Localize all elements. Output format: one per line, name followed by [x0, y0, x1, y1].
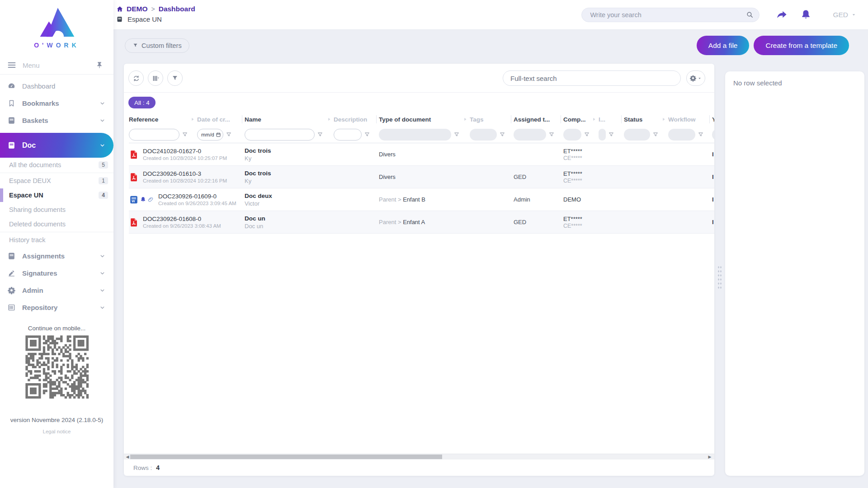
sidebar-subitem-label: History track: [9, 236, 46, 244]
horizontal-scrollbar[interactable]: ◀ ▶: [124, 454, 714, 460]
column-header-status[interactable]: Status: [624, 116, 661, 123]
column-header-assigned-t[interactable]: Assigned t...: [514, 116, 558, 123]
sidebar-subitem-sharing-documents[interactable]: Sharing documents: [0, 202, 113, 217]
type-path-prefix: Parent >: [379, 219, 403, 225]
table-row[interactable]: DOC230926-01609-0Created on 9/26/2023 3:…: [129, 188, 714, 211]
filter-button[interactable]: [167, 70, 183, 86]
bell-icon[interactable]: [800, 9, 812, 21]
filter-date-input-date-of-cr[interactable]: mm/d: [197, 129, 223, 141]
column-header-label: Reference: [129, 116, 158, 123]
global-search-input[interactable]: [590, 11, 746, 19]
fulltext-search-input[interactable]: [510, 75, 673, 82]
funnel-icon[interactable]: [608, 131, 614, 138]
sidebar-item-signatures[interactable]: Signatures: [0, 264, 113, 282]
funnel-icon[interactable]: [182, 131, 188, 138]
chevron-down-icon: [99, 117, 105, 123]
filter-input-description[interactable]: [334, 129, 362, 141]
tab-all-chip[interactable]: All : 4: [128, 97, 156, 108]
column-header-description[interactable]: Description: [334, 116, 373, 123]
scroll-right-arrow-icon[interactable]: ▶: [707, 454, 712, 460]
funnel-icon[interactable]: [584, 131, 590, 138]
document-name: Doc trois: [245, 170, 379, 177]
sidebar-item-assignments[interactable]: Assignments: [0, 247, 113, 264]
sidebar-subitem-history-track[interactable]: History track: [0, 233, 113, 247]
funnel-icon[interactable]: [364, 131, 370, 138]
cell-type-of-document: Divers: [379, 151, 514, 158]
legal-notice-link[interactable]: Legal notice: [42, 429, 71, 434]
document-icons: [129, 195, 154, 205]
breadcrumb-root[interactable]: DEMO: [127, 5, 148, 13]
refresh-button[interactable]: [128, 70, 144, 86]
add-file-button[interactable]: Add a file: [697, 36, 750, 55]
sidebar-item-baskets[interactable]: Baskets: [0, 112, 113, 129]
scroll-left-arrow-icon[interactable]: ◀: [125, 454, 130, 460]
caret-down-icon: [697, 76, 702, 81]
filter-input-reference[interactable]: [129, 129, 179, 141]
custom-filters-button[interactable]: Custom filters: [125, 38, 189, 53]
detail-panel: No row selected: [725, 71, 864, 476]
filter-input-name[interactable]: [245, 129, 315, 141]
sidebar-subitem-label: All the documents: [9, 161, 61, 169]
book-icon: [7, 252, 16, 260]
column-header-type-of-document[interactable]: Type of document: [379, 116, 462, 123]
user-menu[interactable]: GED: [833, 11, 857, 19]
column-header-workflow[interactable]: Workflow: [668, 116, 707, 123]
funnel-icon[interactable]: [548, 131, 555, 138]
sidebar-item-doc[interactable]: Doc: [0, 133, 113, 158]
filter-cell-assigned-t: [514, 129, 558, 141]
home-icon[interactable]: [116, 5, 123, 13]
breadcrumb: DEMO > Dashboard Espace UN: [116, 0, 195, 29]
cell-reference: DOC230926-01609-0Created on 9/26/2023 3:…: [129, 193, 245, 206]
table-row[interactable]: DOC230926-01610-3Created on 10/28/2024 1…: [129, 166, 714, 188]
custom-filters-label: Custom filters: [142, 42, 182, 49]
document-icons: [129, 150, 139, 160]
create-from-template-button[interactable]: Create from a template: [754, 36, 849, 55]
table-settings-button[interactable]: [686, 70, 705, 86]
column-header-comp[interactable]: Comp...: [563, 116, 591, 123]
bookmark-icon: [7, 99, 16, 108]
sidebar-item-bookmarks[interactable]: Bookmarks: [0, 94, 113, 112]
pin-icon[interactable]: [95, 61, 104, 69]
sidebar-subitem-espace-un[interactable]: Espace UN4: [0, 188, 113, 202]
date-placeholder: mm/d: [201, 132, 214, 137]
sidebar-item-dashboard[interactable]: Dashboard: [0, 77, 113, 94]
column-separator: [707, 115, 712, 123]
column-header-tags[interactable]: Tags: [470, 116, 508, 123]
column-header-date-of-cr[interactable]: Date of cr...: [197, 116, 239, 123]
reference-texts: DOC230926-01609-0Created on 9/26/2023 3:…: [158, 193, 236, 206]
table-row[interactable]: DOC230926-01608-0Created on 9/26/2023 3:…: [129, 211, 714, 234]
breadcrumb-current[interactable]: Dashboard: [159, 5, 195, 13]
grid-inner: ReferenceDate of cr...NameDescriptionTyp…: [124, 112, 714, 234]
column-header-y[interactable]: Y...: [712, 116, 714, 123]
funnel-icon[interactable]: [698, 131, 704, 138]
sidebar-subitem-all-the-documents[interactable]: All the documents5: [0, 158, 113, 172]
panel-splitter-handle[interactable]: [717, 265, 722, 290]
sort-arrow-icon: [661, 117, 668, 122]
sidebar-item-admin[interactable]: Admin: [0, 282, 113, 299]
column-header-i[interactable]: I...: [599, 116, 618, 123]
share-icon[interactable]: [776, 9, 788, 21]
funnel-icon[interactable]: [499, 131, 505, 138]
type-name: Enfant A: [403, 219, 425, 225]
table-row[interactable]: DOC241028-01627-0Created on 10/28/2024 1…: [129, 143, 714, 166]
sidebar-subitem-deleted-documents[interactable]: Deleted documents: [0, 217, 113, 231]
sidebar-subitem-espace-deux[interactable]: Espace DEUX1: [0, 174, 113, 188]
cell-assigned-to: GED: [514, 219, 563, 225]
search-icon[interactable]: [746, 11, 754, 19]
sidebar-subitem-label: Espace DEUX: [9, 177, 51, 184]
column-header-reference[interactable]: Reference: [129, 116, 190, 123]
scrollbar-thumb[interactable]: [130, 455, 442, 459]
hamburger-icon[interactable]: [7, 61, 16, 70]
cell-name: Doc troisKy: [245, 170, 379, 184]
funnel-icon[interactable]: [226, 131, 232, 138]
sidebar-item-repository[interactable]: Repository: [0, 299, 113, 316]
column-header-name[interactable]: Name: [245, 116, 326, 123]
sort-arrow-icon: [326, 117, 334, 122]
columns-button[interactable]: [148, 70, 163, 86]
pdf-icon: [129, 150, 139, 160]
chevron-down-icon: [99, 270, 105, 276]
document-name: Doc deux: [245, 192, 379, 199]
funnel-icon[interactable]: [317, 131, 323, 138]
funnel-icon[interactable]: [652, 131, 659, 138]
funnel-icon[interactable]: [453, 131, 460, 138]
